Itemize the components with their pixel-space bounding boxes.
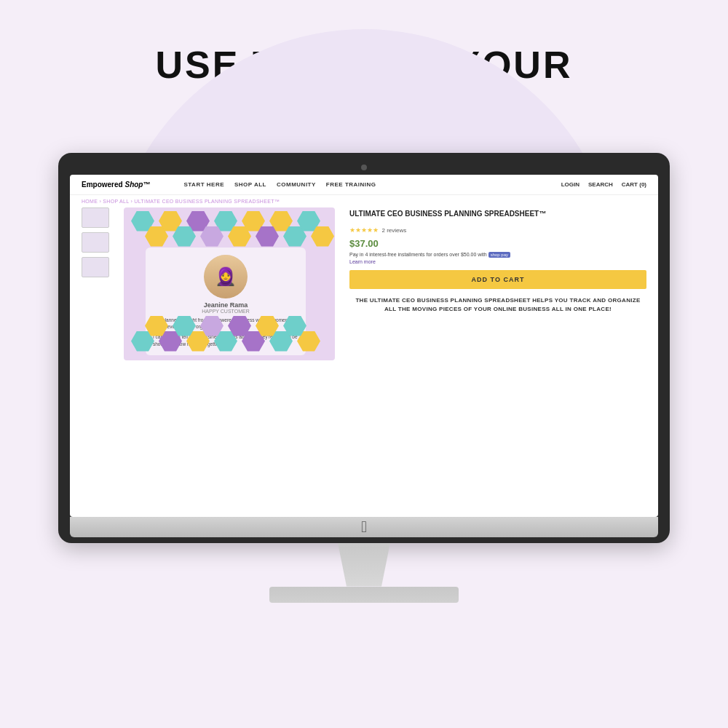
product-thumbnails <box>82 207 109 360</box>
product-rating: ★★★★★ 2 reviews <box>349 222 646 235</box>
site-logo: Empowered Shop™ <box>82 181 150 189</box>
shopify-badge: shop pay <box>488 252 510 258</box>
honeycomb-bg: 🧕 Jeanine Rama HAPPY CUSTOMER The planne… <box>124 207 335 360</box>
product-description: THE ULTIMATE CEO BUSINESS PLANNING SPREA… <box>349 296 646 315</box>
nav-cart[interactable]: CART (0) <box>622 181 646 188</box>
thumbnail-2[interactable] <box>82 232 109 253</box>
imac-mockup: Empowered Shop™ START HERE SHOP ALL COMM… <box>58 153 670 603</box>
thumbnail-1[interactable] <box>82 207 109 228</box>
imac-screen-outer: Empowered Shop™ START HERE SHOP ALL COMM… <box>58 153 670 543</box>
product-price: $37.00 <box>349 238 646 249</box>
imac-stand-base <box>269 587 459 603</box>
nav-community[interactable]: COMMUNITY <box>277 181 316 188</box>
star-rating: ★★★★★ <box>349 226 379 234</box>
nav-start-here[interactable]: START HERE <box>183 181 224 188</box>
nav-search[interactable]: SEARCH <box>588 181 613 188</box>
product-title: ULTIMATE CEO BUSINESS PLANNING SPREADSHE… <box>349 209 646 219</box>
nav-login[interactable]: LOGIN <box>561 181 579 188</box>
review-count: 2 reviews <box>381 227 406 234</box>
customer-name: Jeanine Rama <box>153 301 298 309</box>
customer-avatar: 🧕 <box>204 255 248 298</box>
product-main-image: 🧕 Jeanine Rama HAPPY CUSTOMER The planne… <box>124 207 335 360</box>
imac-chin:  <box>70 517 658 537</box>
customer-role: HAPPY CUSTOMER <box>153 309 298 314</box>
learn-more-link[interactable]: Learn more <box>349 259 646 264</box>
nav-links: START HERE SHOP ALL COMMUNITY FREE TRAIN… <box>183 181 549 188</box>
product-area: 🧕 Jeanine Rama HAPPY CUSTOMER The planne… <box>70 207 658 360</box>
nav-right: LOGIN SEARCH CART (0) <box>561 181 646 188</box>
page-wrapper: USE THEM ON YOUR SHOP LISTINGS! Empowere… <box>0 0 728 603</box>
site-nav: Empowered Shop™ START HERE SHOP ALL COMM… <box>70 175 658 195</box>
imac-stand-neck <box>320 543 408 587</box>
avatar-face: 🧕 <box>204 255 248 298</box>
add-to-cart-button[interactable]: ADD TO CART <box>349 270 646 289</box>
imac-camera <box>361 165 367 170</box>
apple-logo-icon:  <box>361 518 367 537</box>
installment-text: Pay in 4 interest-free installments for … <box>349 252 646 258</box>
breadcrumb: HOME › SHOP ALL › ULTIMATE CEO BUSINESS … <box>70 195 658 207</box>
nav-shop-all[interactable]: SHOP ALL <box>234 181 266 188</box>
product-details: ULTIMATE CEO BUSINESS PLANNING SPREADSHE… <box>349 207 646 360</box>
nav-free-training[interactable]: FREE TRAINING <box>326 181 376 188</box>
imac-screen: Empowered Shop™ START HERE SHOP ALL COMM… <box>70 175 658 517</box>
thumbnail-3[interactable] <box>82 257 109 277</box>
